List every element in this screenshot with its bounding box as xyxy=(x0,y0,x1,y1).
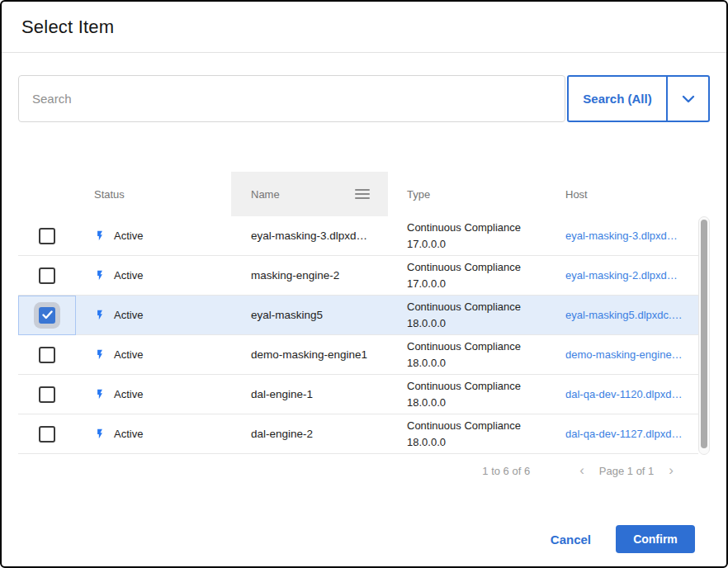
engine-name: eyal-masking-3.dlpxd… xyxy=(251,230,367,242)
status-text: Active xyxy=(114,269,143,282)
lightning-bolt-icon xyxy=(94,427,106,441)
column-header-name[interactable]: Name xyxy=(231,172,388,216)
engine-type: Continuous Compliance xyxy=(407,299,559,315)
status-text: Active xyxy=(114,388,143,400)
row-checkbox[interactable] xyxy=(39,347,55,363)
page-title: Select Item xyxy=(21,17,114,38)
lightning-bolt-icon xyxy=(94,268,106,282)
row-checkbox-cell xyxy=(18,296,76,335)
engine-name: eyal-masking5 xyxy=(251,309,323,321)
host-link[interactable]: eyal-masking-2.dlpxd… xyxy=(565,269,678,282)
search-row: Search (All) xyxy=(18,75,710,122)
row-host-cell: demo-masking-engine… xyxy=(559,348,698,361)
engine-type: Continuous Compliance xyxy=(407,338,559,355)
hamburger-menu-icon[interactable] xyxy=(355,189,370,199)
row-checkbox-cell xyxy=(18,414,76,454)
row-name-cell: dal-engine-1 xyxy=(231,388,388,400)
row-host-cell: eyal-masking5.dlpxdc.… xyxy=(559,309,698,321)
cancel-button[interactable]: Cancel xyxy=(542,528,599,551)
row-name-cell: eyal-masking5 xyxy=(231,309,388,321)
dialog-body: Search (All) Status Name Type Host xyxy=(2,53,726,566)
table-row[interactable]: Active eyal-masking-3.dlpxd… Continuous … xyxy=(18,216,698,256)
engine-type: Continuous Compliance xyxy=(407,259,559,276)
engine-name: dal-engine-1 xyxy=(251,388,313,400)
row-name-cell: masking-engine-2 xyxy=(231,269,388,282)
column-header-type: Type xyxy=(388,188,559,201)
row-checkbox[interactable] xyxy=(39,228,55,244)
row-checkbox-cell xyxy=(18,256,76,296)
table-row[interactable]: Active masking-engine-2 Continuous Compl… xyxy=(18,256,698,296)
vertical-scrollbar[interactable] xyxy=(698,216,710,455)
engine-version: 18.0.0.0 xyxy=(407,395,559,411)
row-status-cell: Active xyxy=(76,229,231,243)
row-range-text: 1 to 6 of 6 xyxy=(482,465,530,477)
row-checkbox[interactable] xyxy=(39,386,55,403)
search-button-group: Search (All) xyxy=(567,75,710,122)
table-header: Status Name Type Host xyxy=(18,172,698,216)
table-row[interactable]: Active dal-engine-1 Continuous Complianc… xyxy=(18,375,698,414)
table-row[interactable]: Active dal-engine-2 Continuous Complianc… xyxy=(18,414,698,454)
host-link[interactable]: dal-qa-dev-1127.dlpxd… xyxy=(565,428,682,440)
row-status-cell: Active xyxy=(76,427,231,441)
row-host-cell: dal-qa-dev-1120.dlpxd… xyxy=(559,388,698,400)
row-host-cell: eyal-masking-3.dlpxd… xyxy=(559,230,698,242)
row-name-cell: eyal-masking-3.dlpxd… xyxy=(231,230,388,242)
scrollbar-thumb[interactable] xyxy=(701,220,707,448)
row-type-cell: Continuous Compliance 18.0.0.0 xyxy=(388,299,559,332)
column-header-name-label: Name xyxy=(251,188,280,201)
next-page-button[interactable]: › xyxy=(660,462,682,479)
row-type-cell: Continuous Compliance 17.0.0.0 xyxy=(388,220,559,253)
page-indicator-text: Page 1 of 1 xyxy=(599,465,655,477)
pagination-bar: 1 to 6 of 6 ‹ Page 1 of 1 › xyxy=(18,454,710,487)
table-row[interactable]: Active eyal-masking5 Continuous Complian… xyxy=(18,296,698,335)
status-text: Active xyxy=(114,309,143,321)
engine-version: 18.0.0.0 xyxy=(407,355,559,372)
row-name-cell: demo-masking-engine1 xyxy=(231,348,388,361)
engine-name: dal-engine-2 xyxy=(251,428,313,440)
status-text: Active xyxy=(114,230,143,242)
row-checkbox[interactable] xyxy=(39,307,55,324)
row-host-cell: dal-qa-dev-1127.dlpxd… xyxy=(559,428,698,440)
table-row[interactable]: Active demo-masking-engine1 Continuous C… xyxy=(18,335,698,375)
lightning-bolt-icon xyxy=(94,387,106,401)
row-host-cell: eyal-masking-2.dlpxd… xyxy=(559,269,698,282)
confirm-button[interactable]: Confirm xyxy=(616,525,695,553)
search-input[interactable] xyxy=(18,75,565,122)
engine-version: 18.0.0.0 xyxy=(407,434,559,451)
host-link[interactable]: demo-masking-engine… xyxy=(565,348,683,361)
row-name-cell: dal-engine-2 xyxy=(231,428,388,440)
host-link[interactable]: dal-qa-dev-1120.dlpxd… xyxy=(565,388,682,400)
lightning-bolt-icon xyxy=(94,308,106,322)
column-header-host: Host xyxy=(559,188,698,201)
search-scope-dropdown-button[interactable] xyxy=(667,75,710,122)
row-type-cell: Continuous Compliance 18.0.0.0 xyxy=(388,378,559,411)
engine-type: Continuous Compliance xyxy=(407,378,559,395)
host-link[interactable]: eyal-masking-3.dlpxd… xyxy=(565,230,678,242)
engine-type: Continuous Compliance xyxy=(407,418,559,434)
items-table: Status Name Type Host Active xyxy=(18,172,710,454)
row-status-cell: Active xyxy=(76,387,231,401)
engine-version: 17.0.0.0 xyxy=(407,236,559,253)
row-type-cell: Continuous Compliance 18.0.0.0 xyxy=(388,418,559,451)
row-checkbox[interactable] xyxy=(39,267,55,284)
status-text: Active xyxy=(114,348,143,361)
engine-name: masking-engine-2 xyxy=(251,269,339,282)
table-body: Active eyal-masking-3.dlpxd… Continuous … xyxy=(18,216,698,454)
host-link[interactable]: eyal-masking5.dlpxdc.… xyxy=(565,309,683,321)
dialog-title-bar: Select Item xyxy=(2,2,726,53)
column-header-status: Status xyxy=(76,188,231,201)
row-status-cell: Active xyxy=(76,268,231,282)
row-type-cell: Continuous Compliance 18.0.0.0 xyxy=(388,338,559,372)
previous-page-button[interactable]: ‹ xyxy=(571,462,593,479)
row-status-cell: Active xyxy=(76,348,231,362)
lightning-bolt-icon xyxy=(94,348,106,362)
engine-name: demo-masking-engine1 xyxy=(251,348,367,361)
chevron-down-icon xyxy=(682,95,695,103)
row-checkbox-cell xyxy=(18,216,76,256)
select-item-dialog: Select Item Search (All) Status Name xyxy=(0,0,728,568)
engine-version: 17.0.0.0 xyxy=(407,276,559,292)
row-checkbox[interactable] xyxy=(39,426,55,443)
search-all-button[interactable]: Search (All) xyxy=(567,75,668,122)
row-type-cell: Continuous Compliance 17.0.0.0 xyxy=(388,259,559,292)
engine-type: Continuous Compliance xyxy=(407,220,559,236)
